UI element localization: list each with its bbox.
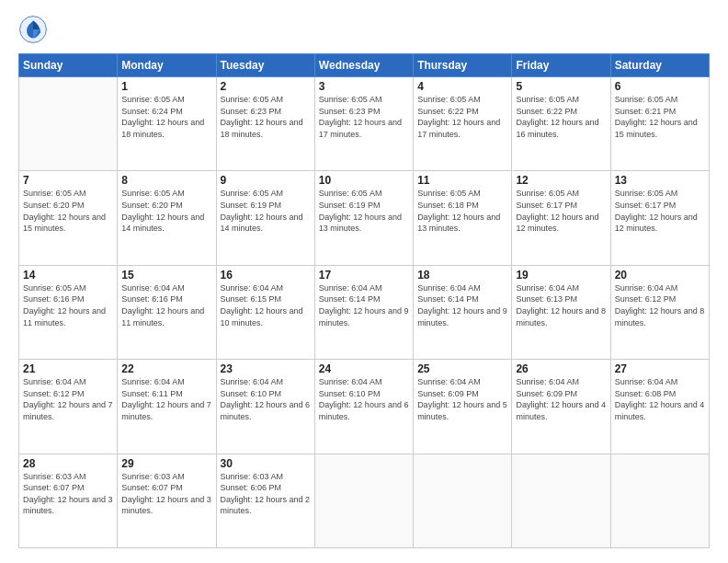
day-number: 22 xyxy=(121,362,211,375)
calendar-cell: 6Sunrise: 6:05 AMSunset: 6:21 PMDaylight… xyxy=(610,77,709,171)
calendar-header-row: SundayMondayTuesdayWednesdayThursdayFrid… xyxy=(19,54,710,77)
day-number: 8 xyxy=(121,174,211,187)
calendar-cell: 15Sunrise: 6:04 AMSunset: 6:16 PMDayligh… xyxy=(118,265,216,359)
calendar-cell: 8Sunrise: 6:05 AMSunset: 6:20 PMDaylight… xyxy=(118,171,216,265)
day-number: 20 xyxy=(615,269,705,282)
calendar-cell: 19Sunrise: 6:04 AMSunset: 6:13 PMDayligh… xyxy=(512,265,610,359)
day-number: 15 xyxy=(121,269,211,282)
calendar-cell: 30Sunrise: 6:03 AMSunset: 6:06 PMDayligh… xyxy=(216,454,314,547)
day-info: Sunrise: 6:04 AMSunset: 6:14 PMDaylight:… xyxy=(319,282,409,328)
day-info: Sunrise: 6:05 AMSunset: 6:19 PMDaylight:… xyxy=(319,188,409,234)
day-number: 3 xyxy=(319,80,409,93)
calendar-cell: 26Sunrise: 6:04 AMSunset: 6:09 PMDayligh… xyxy=(512,360,610,454)
day-info: Sunrise: 6:05 AMSunset: 6:23 PMDaylight:… xyxy=(319,94,409,140)
day-info: Sunrise: 6:05 AMSunset: 6:17 PMDaylight:… xyxy=(615,188,705,234)
calendar-weekday-monday: Monday xyxy=(118,54,216,77)
day-info: Sunrise: 6:05 AMSunset: 6:18 PMDaylight:… xyxy=(417,188,507,234)
calendar-week-row: 21Sunrise: 6:04 AMSunset: 6:12 PMDayligh… xyxy=(19,360,710,454)
calendar-cell: 22Sunrise: 6:04 AMSunset: 6:11 PMDayligh… xyxy=(118,360,216,454)
calendar-cell: 29Sunrise: 6:03 AMSunset: 6:07 PMDayligh… xyxy=(118,454,216,547)
day-number: 6 xyxy=(615,80,705,93)
day-info: Sunrise: 6:05 AMSunset: 6:21 PMDaylight:… xyxy=(615,94,705,140)
calendar-cell: 16Sunrise: 6:04 AMSunset: 6:15 PMDayligh… xyxy=(216,265,314,359)
day-info: Sunrise: 6:04 AMSunset: 6:11 PMDaylight:… xyxy=(121,376,211,422)
calendar-cell xyxy=(610,454,709,547)
header xyxy=(18,15,710,44)
day-info: Sunrise: 6:04 AMSunset: 6:09 PMDaylight:… xyxy=(516,376,606,422)
day-number: 7 xyxy=(23,174,113,187)
calendar-cell xyxy=(512,454,610,547)
calendar-weekday-wednesday: Wednesday xyxy=(314,54,413,77)
calendar-cell: 2Sunrise: 6:05 AMSunset: 6:23 PMDaylight… xyxy=(216,77,314,171)
calendar-cell xyxy=(414,454,512,547)
calendar-cell: 12Sunrise: 6:05 AMSunset: 6:17 PMDayligh… xyxy=(512,171,610,265)
calendar-table: SundayMondayTuesdayWednesdayThursdayFrid… xyxy=(18,53,710,548)
calendar-cell: 23Sunrise: 6:04 AMSunset: 6:10 PMDayligh… xyxy=(216,360,314,454)
calendar-week-row: 28Sunrise: 6:03 AMSunset: 6:07 PMDayligh… xyxy=(19,454,710,547)
day-info: Sunrise: 6:05 AMSunset: 6:22 PMDaylight:… xyxy=(516,94,606,140)
calendar-cell: 9Sunrise: 6:05 AMSunset: 6:19 PMDaylight… xyxy=(216,171,314,265)
calendar-cell: 4Sunrise: 6:05 AMSunset: 6:22 PMDaylight… xyxy=(414,77,512,171)
calendar-cell: 27Sunrise: 6:04 AMSunset: 6:08 PMDayligh… xyxy=(610,360,709,454)
day-number: 25 xyxy=(417,362,507,375)
page: SundayMondayTuesdayWednesdayThursdayFrid… xyxy=(0,0,728,563)
day-number: 4 xyxy=(417,80,507,93)
calendar-cell: 18Sunrise: 6:04 AMSunset: 6:14 PMDayligh… xyxy=(414,265,512,359)
day-number: 2 xyxy=(221,80,311,93)
day-number: 19 xyxy=(516,269,606,282)
day-number: 30 xyxy=(221,457,311,470)
calendar-cell: 3Sunrise: 6:05 AMSunset: 6:23 PMDaylight… xyxy=(314,77,413,171)
day-info: Sunrise: 6:03 AMSunset: 6:07 PMDaylight:… xyxy=(23,471,113,517)
day-number: 23 xyxy=(221,362,311,375)
calendar-cell: 13Sunrise: 6:05 AMSunset: 6:17 PMDayligh… xyxy=(610,171,709,265)
day-info: Sunrise: 6:05 AMSunset: 6:24 PMDaylight:… xyxy=(121,94,211,140)
calendar-week-row: 1Sunrise: 6:05 AMSunset: 6:24 PMDaylight… xyxy=(19,77,710,171)
day-number: 1 xyxy=(121,80,211,93)
day-number: 24 xyxy=(319,362,409,375)
day-info: Sunrise: 6:04 AMSunset: 6:12 PMDaylight:… xyxy=(23,376,113,422)
calendar-weekday-saturday: Saturday xyxy=(610,54,709,77)
day-number: 29 xyxy=(121,457,211,470)
calendar-weekday-thursday: Thursday xyxy=(414,54,512,77)
day-info: Sunrise: 6:04 AMSunset: 6:13 PMDaylight:… xyxy=(516,282,606,328)
day-info: Sunrise: 6:05 AMSunset: 6:16 PMDaylight:… xyxy=(23,282,113,328)
calendar-week-row: 14Sunrise: 6:05 AMSunset: 6:16 PMDayligh… xyxy=(19,265,710,359)
day-info: Sunrise: 6:03 AMSunset: 6:06 PMDaylight:… xyxy=(221,471,311,517)
day-info: Sunrise: 6:04 AMSunset: 6:14 PMDaylight:… xyxy=(417,282,507,328)
day-info: Sunrise: 6:04 AMSunset: 6:15 PMDaylight:… xyxy=(221,282,311,328)
day-number: 18 xyxy=(417,269,507,282)
day-number: 11 xyxy=(417,174,507,187)
day-number: 16 xyxy=(221,269,311,282)
day-number: 13 xyxy=(615,174,705,187)
calendar-cell: 25Sunrise: 6:04 AMSunset: 6:09 PMDayligh… xyxy=(414,360,512,454)
day-number: 28 xyxy=(23,457,113,470)
calendar-cell: 14Sunrise: 6:05 AMSunset: 6:16 PMDayligh… xyxy=(19,265,118,359)
day-info: Sunrise: 6:05 AMSunset: 6:17 PMDaylight:… xyxy=(516,188,606,234)
calendar-cell: 1Sunrise: 6:05 AMSunset: 6:24 PMDaylight… xyxy=(118,77,216,171)
calendar-cell xyxy=(314,454,413,547)
calendar-cell: 28Sunrise: 6:03 AMSunset: 6:07 PMDayligh… xyxy=(19,454,118,547)
calendar-cell xyxy=(19,77,118,171)
day-number: 5 xyxy=(516,80,606,93)
logo-icon xyxy=(18,15,48,44)
day-info: Sunrise: 6:05 AMSunset: 6:19 PMDaylight:… xyxy=(221,188,311,234)
calendar-cell: 21Sunrise: 6:04 AMSunset: 6:12 PMDayligh… xyxy=(19,360,118,454)
calendar-cell: 10Sunrise: 6:05 AMSunset: 6:19 PMDayligh… xyxy=(314,171,413,265)
day-number: 14 xyxy=(23,269,113,282)
day-info: Sunrise: 6:04 AMSunset: 6:12 PMDaylight:… xyxy=(615,282,705,328)
day-info: Sunrise: 6:05 AMSunset: 6:23 PMDaylight:… xyxy=(221,94,311,140)
day-number: 9 xyxy=(221,174,311,187)
calendar-week-row: 7Sunrise: 6:05 AMSunset: 6:20 PMDaylight… xyxy=(19,171,710,265)
day-info: Sunrise: 6:05 AMSunset: 6:22 PMDaylight:… xyxy=(417,94,507,140)
calendar-cell: 7Sunrise: 6:05 AMSunset: 6:20 PMDaylight… xyxy=(19,171,118,265)
day-number: 17 xyxy=(319,269,409,282)
calendar-weekday-friday: Friday xyxy=(512,54,610,77)
day-info: Sunrise: 6:05 AMSunset: 6:20 PMDaylight:… xyxy=(23,188,113,234)
day-info: Sunrise: 6:04 AMSunset: 6:08 PMDaylight:… xyxy=(615,376,705,422)
calendar-cell: 24Sunrise: 6:04 AMSunset: 6:10 PMDayligh… xyxy=(314,360,413,454)
calendar-cell: 20Sunrise: 6:04 AMSunset: 6:12 PMDayligh… xyxy=(610,265,709,359)
calendar-weekday-sunday: Sunday xyxy=(19,54,118,77)
calendar-weekday-tuesday: Tuesday xyxy=(216,54,314,77)
calendar-cell: 17Sunrise: 6:04 AMSunset: 6:14 PMDayligh… xyxy=(314,265,413,359)
calendar-cell: 11Sunrise: 6:05 AMSunset: 6:18 PMDayligh… xyxy=(414,171,512,265)
